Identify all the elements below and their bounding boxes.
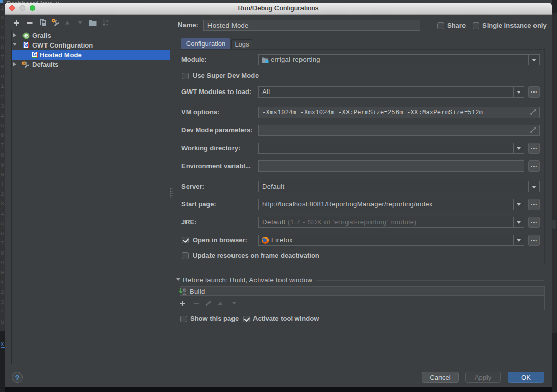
svg-text:01: 01: [183, 293, 186, 295]
svg-text:z: z: [106, 22, 108, 27]
